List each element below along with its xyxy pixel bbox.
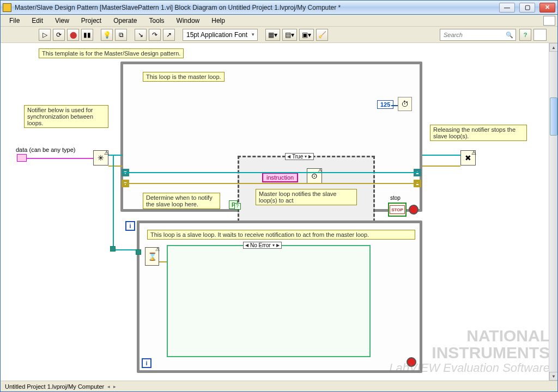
app-icon bbox=[3, 3, 11, 12]
toolbar: ▷ ⟳ ⬤ ▮▮ 💡 ⧉ ↘ ↷ ↗ 15pt Application Font… bbox=[1, 27, 557, 43]
slave-case-structure[interactable]: ◀ No Error ▾ ▶ bbox=[167, 245, 371, 357]
close-button[interactable]: ✕ bbox=[539, 3, 555, 13]
obtain-notifier-node[interactable]: ✳⚠ bbox=[93, 150, 108, 166]
wire-error-master bbox=[123, 183, 420, 184]
wire-ref-to-master bbox=[108, 155, 123, 156]
wire-delay bbox=[391, 105, 398, 106]
highlight-exec-button[interactable]: 💡 bbox=[101, 29, 113, 41]
wire-ref-down bbox=[113, 155, 114, 250]
slave-case-label: No Error bbox=[250, 242, 271, 248]
scroll-thumb[interactable] bbox=[550, 97, 557, 136]
menu-file[interactable]: File bbox=[4, 15, 25, 26]
menu-bar: File Edit View Project Operate Tools Win… bbox=[1, 15, 557, 27]
template-description-label: This template is for the Master/Slave de… bbox=[39, 48, 184, 58]
case-next-icon[interactable]: ▶ bbox=[308, 154, 312, 159]
slave-loop-condition[interactable] bbox=[407, 357, 416, 367]
app-window: Master/Slave Design Pattern [MasterSlave… bbox=[0, 0, 558, 392]
menu-view[interactable]: View bbox=[50, 15, 75, 26]
instruction-constant[interactable]: instruction bbox=[262, 173, 298, 182]
stop-button-inner: STOP bbox=[390, 205, 405, 214]
master-while-loop[interactable]: This loop is the master loop. 125 Determ… bbox=[120, 62, 422, 212]
step-over-button[interactable]: ↷ bbox=[149, 29, 161, 41]
minimize-button[interactable]: — bbox=[499, 3, 515, 13]
scroll-up-icon[interactable]: ▲ bbox=[549, 43, 557, 52]
project-path: Untitled Project 1.lvproj/My Computer bbox=[5, 383, 104, 390]
block-diagram[interactable]: This template is for the Master/Slave de… bbox=[1, 43, 557, 381]
menu-operate[interactable]: Operate bbox=[108, 15, 142, 26]
determine-notify-label: Determine when to notify the slave loop … bbox=[143, 193, 220, 209]
wire-junction bbox=[110, 246, 116, 252]
release-notifier-label: Releasing the notifier stops the slave l… bbox=[430, 125, 527, 141]
slave-loop-label: This loop is a slave loop. It waits to r… bbox=[147, 230, 415, 240]
master-loop-condition[interactable] bbox=[409, 205, 418, 215]
window-title: Master/Slave Design Pattern [MasterSlave… bbox=[15, 4, 495, 11]
wire-notifier-ref-master bbox=[123, 172, 420, 173]
stop-label: stop bbox=[390, 195, 401, 201]
align-dropdown[interactable]: ▦▾ bbox=[265, 29, 280, 41]
send-notification-node[interactable]: ⊙⚠ bbox=[307, 168, 322, 183]
search-box[interactable]: 🔍 bbox=[440, 29, 516, 41]
notifier-description-label: Notifier below is used for synchronizati… bbox=[24, 105, 108, 128]
cleanup-button[interactable]: 🧹 bbox=[316, 29, 328, 41]
vertical-scrollbar[interactable]: ▲ ▼ bbox=[549, 43, 557, 381]
menu-help[interactable]: Help bbox=[206, 15, 231, 26]
slave-case-next-icon[interactable]: ▶ bbox=[276, 243, 280, 248]
slave-tunnel-ref[interactable] bbox=[136, 249, 141, 255]
wire-ref-to-release bbox=[422, 155, 460, 156]
menu-project[interactable]: Project bbox=[76, 15, 107, 26]
status-bar: Untitled Project 1.lvproj/My Computer ◂ … bbox=[1, 381, 557, 391]
case-prev-icon[interactable]: ◀ bbox=[287, 154, 290, 159]
wire-ref-to-slave bbox=[113, 249, 137, 250]
wire-err-to-release bbox=[422, 166, 460, 167]
pause-button[interactable]: ▮▮ bbox=[81, 29, 93, 41]
data-type-constant[interactable] bbox=[17, 154, 27, 162]
wire-wait-to-case bbox=[159, 261, 167, 262]
menu-tools[interactable]: Tools bbox=[144, 15, 170, 26]
master-notifies-label: Master loop notifies the slave loop(s) t… bbox=[256, 189, 357, 205]
abort-button[interactable]: ⬤ bbox=[67, 29, 79, 41]
slave-case-prev-icon[interactable]: ◀ bbox=[245, 243, 248, 248]
run-continuous-button[interactable]: ⟳ bbox=[53, 29, 65, 41]
font-dropdown[interactable]: 15pt Application Font bbox=[183, 29, 258, 41]
retain-wire-button[interactable]: ⧉ bbox=[115, 29, 127, 41]
nav-right-icon[interactable]: ▸ bbox=[113, 384, 116, 389]
vi-icon-editor[interactable] bbox=[533, 29, 547, 41]
reorder-dropdown[interactable]: ▣▾ bbox=[299, 29, 314, 41]
slave-loop-iteration[interactable]: i bbox=[142, 358, 151, 368]
master-loop-label: This loop is the master loop. bbox=[143, 72, 225, 82]
case-selector-terminal[interactable]: ? bbox=[234, 203, 241, 210]
wire-data-type bbox=[27, 158, 93, 159]
slave-case-selector[interactable]: ◀ No Error ▾ ▶ bbox=[243, 242, 282, 249]
wait-on-notification-node[interactable]: ⌛⚠ bbox=[145, 247, 159, 266]
case-dropdown-icon[interactable]: ▾ bbox=[305, 154, 307, 159]
slave-while-loop[interactable]: This loop is a slave loop. It waits to r… bbox=[137, 220, 422, 373]
menu-edit[interactable]: Edit bbox=[26, 15, 48, 26]
slave-case-dropdown-icon[interactable]: ▾ bbox=[272, 243, 275, 248]
maximize-button[interactable]: ▢ bbox=[519, 3, 535, 13]
data-type-label: data (can be any type) bbox=[16, 146, 75, 153]
loop-delay-constant[interactable]: 125 bbox=[377, 100, 393, 109]
run-button[interactable]: ▷ bbox=[39, 29, 51, 41]
title-bar: Master/Slave Design Pattern [MasterSlave… bbox=[1, 1, 557, 15]
nav-left-icon[interactable]: ◂ bbox=[107, 384, 110, 389]
vi-icon[interactable] bbox=[543, 16, 555, 26]
step-into-button[interactable]: ↘ bbox=[135, 29, 147, 41]
master-loop-iteration[interactable]: i bbox=[125, 221, 135, 231]
wait-ms-node[interactable] bbox=[398, 97, 412, 111]
master-case-structure[interactable]: ◀ True ▾ ▶ instruction ⊙⚠ Master loop no… bbox=[238, 156, 375, 226]
master-case-label: True bbox=[292, 154, 303, 160]
stop-button-terminal[interactable]: STOP bbox=[388, 203, 407, 217]
wire-err-to-master bbox=[108, 166, 123, 167]
font-dropdown-label: 15pt Application Font bbox=[186, 31, 247, 39]
release-notifier-node[interactable]: ✖⚠ bbox=[460, 150, 476, 166]
master-case-selector[interactable]: ◀ True ▾ ▶ bbox=[285, 153, 314, 160]
search-input[interactable] bbox=[442, 31, 504, 39]
search-icon[interactable]: 🔍 bbox=[505, 32, 514, 39]
scroll-down-icon[interactable]: ▼ bbox=[549, 372, 557, 381]
menu-window[interactable]: Window bbox=[171, 15, 205, 26]
step-out-button[interactable]: ↗ bbox=[163, 29, 175, 41]
distribute-dropdown[interactable]: ▤▾ bbox=[282, 29, 297, 41]
context-help-button[interactable]: ? bbox=[519, 29, 531, 41]
